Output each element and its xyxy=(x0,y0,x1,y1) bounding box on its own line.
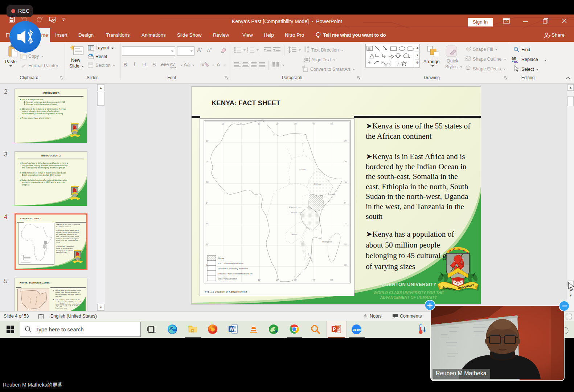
svg-text:P: P xyxy=(333,327,336,332)
svg-text:20': 20' xyxy=(206,243,209,245)
svg-text:Other African states: Other African states xyxy=(218,278,237,280)
svg-text:Madagascar: Madagascar xyxy=(322,241,332,243)
svg-text:Kenya: Kenya xyxy=(218,257,225,259)
svg-text:3: 3 xyxy=(247,51,249,53)
svg-text:20': 20' xyxy=(276,123,279,125)
svg-text:0': 0' xyxy=(206,202,208,204)
svg-text:0': 0' xyxy=(344,202,346,204)
svg-text:20': 20' xyxy=(206,160,209,163)
svg-text:Zambia: Zambia xyxy=(291,233,298,236)
svg-text:W: W xyxy=(230,327,234,332)
svg-text:0': 0' xyxy=(240,123,242,125)
svg-text:50': 50' xyxy=(331,123,333,125)
svg-text:Ethiopia: Ethiopia xyxy=(314,183,322,185)
svg-text:Mozambique: Mozambique xyxy=(307,253,314,263)
svg-text:zoom: zoom xyxy=(353,328,361,331)
svg-text:Fig. 1.1 Location of Kenya in: Fig. 1.1 Location of Kenya in Africa xyxy=(205,290,247,293)
svg-text:40': 40' xyxy=(312,279,315,281)
svg-text:Somalia: Somalia xyxy=(328,193,335,195)
svg-text:10': 10' xyxy=(222,123,224,125)
svg-text:40': 40' xyxy=(312,123,315,125)
svg-text:Rwanda: Rwanda xyxy=(289,206,297,208)
svg-text:10': 10' xyxy=(206,222,209,225)
svg-text:The outer non-community member: The outer non-community members xyxy=(218,273,253,275)
svg-text:30: 30 xyxy=(344,264,347,266)
svg-text:10': 10' xyxy=(206,181,209,183)
svg-text:A: A xyxy=(307,50,309,53)
svg-text:Potential Community members: Potential Community members xyxy=(218,268,248,270)
svg-text:ac: ac xyxy=(514,59,518,63)
svg-text:10: 10 xyxy=(344,222,347,225)
svg-text:10': 10' xyxy=(258,279,261,281)
svg-text:20: 20 xyxy=(344,243,347,245)
svg-text:20: 20 xyxy=(344,160,347,163)
svg-text:E.A. Community members: E.A. Community members xyxy=(218,262,243,265)
svg-text:30: 30 xyxy=(344,140,347,142)
svg-text:50': 50' xyxy=(331,279,333,281)
svg-text:30': 30' xyxy=(206,140,209,142)
svg-text:10: 10 xyxy=(344,181,347,183)
svg-text:10': 10' xyxy=(258,123,261,125)
svg-text:Sudan: Sudan xyxy=(299,168,306,171)
svg-text:Burundi: Burundi xyxy=(290,211,297,213)
svg-text:AV: AV xyxy=(170,62,175,66)
svg-text:30': 30' xyxy=(294,123,297,125)
